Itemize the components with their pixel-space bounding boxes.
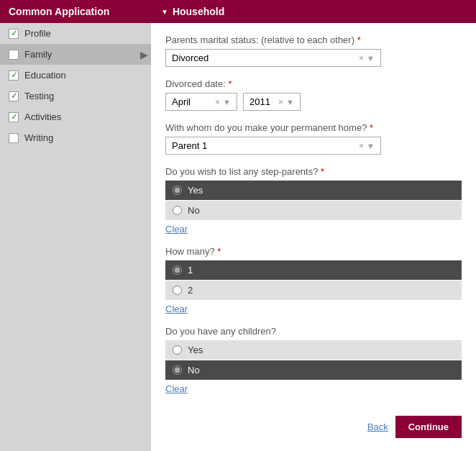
children-no-radio[interactable] [173,365,182,375]
step-parents-no-option[interactable]: No [165,201,462,220]
divorced-date-label: Divorced date: * [165,78,462,89]
sidebar-item-testing[interactable]: Testing [0,86,151,106]
sidebar-label-family: Family [24,49,52,60]
how-many-1-option[interactable]: 1 [165,260,462,280]
step-parents-radio-group: Yes No [165,181,462,220]
how-many-1-label: 1 [188,265,193,275]
active-arrow-icon: ▶ [140,49,148,60]
sidebar-item-activities[interactable]: Activities [0,106,151,127]
step-parents-no-radio[interactable] [173,206,182,215]
parents-marital-status-select[interactable]: Divorced × ▼ [165,49,381,67]
children-no-label: No [188,365,200,375]
step-parents-label: Do you wish to list any step-parents? * [165,166,462,177]
children-label: Do you have any children? [165,326,462,337]
clear-marital-status-icon[interactable]: × [359,53,364,63]
parents-marital-status-label: Parents marital status: (relative to eac… [165,35,462,45]
checkbox-family[interactable] [9,50,19,60]
how-many-clear-link[interactable]: Clear [165,304,188,314]
section-header: ▼ Household [151,0,476,23]
step-parents-yes-option[interactable]: Yes [165,181,462,200]
date-row: April × ▼ 2011 × ▼ [165,93,462,111]
checkbox-education[interactable] [9,70,19,81]
year-select[interactable]: 2011 × ▼ [243,93,301,111]
parents-marital-status-group: Parents marital status: (relative to eac… [165,35,462,67]
how-many-2-label: 2 [188,285,193,296]
sidebar-item-education[interactable]: Education [0,65,151,86]
section-title: Household [173,6,224,17]
month-dropdown-icon[interactable]: ▼ [223,98,231,106]
divorced-date-group: Divorced date: * April × ▼ 2011 × ▼ [165,78,462,111]
content-area: Parents marital status: (relative to eac… [151,23,476,451]
children-no-option[interactable]: No [165,360,462,380]
clear-year-icon[interactable]: × [278,97,283,107]
year-value: 2011 [250,96,270,107]
children-radio-group: Yes No [165,340,462,380]
checkbox-activities[interactable] [9,112,19,122]
checkbox-profile[interactable] [9,29,19,39]
permanent-home-group: With whom do you make your permanent hom… [165,122,462,155]
how-many-2-option[interactable]: 2 [165,281,462,300]
step-parents-yes-radio[interactable] [173,186,182,195]
how-many-label: How many? * [165,246,462,257]
sidebar-item-writing[interactable]: Writing [0,127,151,148]
home-dropdown-icon[interactable]: ▼ [367,142,375,150]
required-marker-4: * [321,166,324,177]
month-value: April [172,96,191,107]
checkbox-testing[interactable] [9,91,19,101]
dropdown-arrow-icon[interactable]: ▼ [367,54,375,63]
sidebar-label-testing: Testing [24,91,54,101]
children-group: Do you have any children? Yes No Clear [165,326,462,394]
main-content: ▼ Household Parents marital status: (rel… [151,0,476,451]
how-many-1-radio[interactable] [173,265,182,275]
back-button[interactable]: Back [367,422,388,432]
clear-home-icon[interactable]: × [359,141,364,151]
children-yes-option[interactable]: Yes [165,340,462,360]
required-marker-2: * [228,78,232,89]
children-yes-radio[interactable] [173,345,182,355]
step-parents-clear-link[interactable]: Clear [165,224,188,234]
checkbox-writing[interactable] [9,133,19,143]
sidebar-title: Common Application [0,0,151,23]
required-marker-5: * [217,246,221,257]
step-parents-no-label: No [188,205,200,216]
children-clear-link[interactable]: Clear [165,383,188,394]
sidebar-label-writing: Writing [24,132,53,143]
year-dropdown-icon[interactable]: ▼ [286,98,294,106]
month-select[interactable]: April × ▼ [165,93,237,111]
sidebar-label-activities: Activities [24,111,61,122]
required-marker-3: * [370,122,373,133]
permanent-home-select[interactable]: Parent 1 × ▼ [165,137,381,155]
parents-marital-status-value: Divorced [172,53,209,63]
sidebar: Common Application ProfileFamily▶Educati… [0,0,151,451]
how-many-radio-group: 1 2 [165,260,462,300]
continue-button[interactable]: Continue [395,416,462,438]
children-yes-label: Yes [188,345,203,355]
permanent-home-value: Parent 1 [172,140,207,151]
collapse-icon: ▼ [161,8,168,16]
sidebar-label-profile: Profile [24,28,51,39]
sidebar-item-profile[interactable]: Profile [0,23,151,44]
footer-buttons: Back Continue [165,406,462,441]
sidebar-label-education: Education [24,70,66,81]
permanent-home-label: With whom do you make your permanent hom… [165,122,462,133]
how-many-group: How many? * 1 2 Clear [165,246,462,314]
how-many-2-radio[interactable] [173,286,182,295]
clear-month-icon[interactable]: × [215,97,220,107]
required-marker: * [357,35,361,45]
sidebar-item-family[interactable]: Family▶ [0,44,151,65]
step-parents-yes-label: Yes [188,185,203,196]
step-parents-group: Do you wish to list any step-parents? * … [165,166,462,234]
